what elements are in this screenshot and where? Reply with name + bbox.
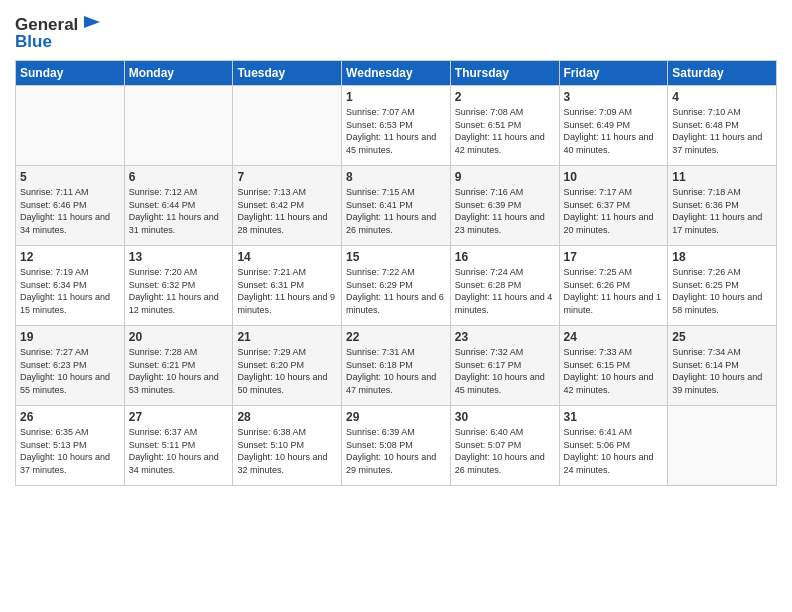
day-info: Sunrise: 6:35 AMSunset: 5:13 PMDaylight:… (20, 426, 120, 476)
calendar-cell: 9Sunrise: 7:16 AMSunset: 6:39 PMDaylight… (450, 166, 559, 246)
calendar-cell: 6Sunrise: 7:12 AMSunset: 6:44 PMDaylight… (124, 166, 233, 246)
weekday-header-monday: Monday (124, 61, 233, 86)
calendar-cell: 7Sunrise: 7:13 AMSunset: 6:42 PMDaylight… (233, 166, 342, 246)
calendar-cell: 31Sunrise: 6:41 AMSunset: 5:06 PMDayligh… (559, 406, 668, 486)
day-number: 20 (129, 330, 229, 344)
calendar-cell: 3Sunrise: 7:09 AMSunset: 6:49 PMDaylight… (559, 86, 668, 166)
calendar-cell: 1Sunrise: 7:07 AMSunset: 6:53 PMDaylight… (342, 86, 451, 166)
day-info: Sunrise: 7:16 AMSunset: 6:39 PMDaylight:… (455, 186, 555, 236)
weekday-header-row: SundayMondayTuesdayWednesdayThursdayFrid… (16, 61, 777, 86)
calendar-cell (668, 406, 777, 486)
day-info: Sunrise: 7:32 AMSunset: 6:17 PMDaylight:… (455, 346, 555, 396)
day-number: 16 (455, 250, 555, 264)
day-info: Sunrise: 7:20 AMSunset: 6:32 PMDaylight:… (129, 266, 229, 316)
day-number: 31 (564, 410, 664, 424)
day-number: 22 (346, 330, 446, 344)
day-number: 19 (20, 330, 120, 344)
day-info: Sunrise: 7:11 AMSunset: 6:46 PMDaylight:… (20, 186, 120, 236)
calendar-cell: 21Sunrise: 7:29 AMSunset: 6:20 PMDayligh… (233, 326, 342, 406)
day-info: Sunrise: 7:21 AMSunset: 6:31 PMDaylight:… (237, 266, 337, 316)
weekday-header-sunday: Sunday (16, 61, 125, 86)
weekday-header-friday: Friday (559, 61, 668, 86)
day-info: Sunrise: 7:08 AMSunset: 6:51 PMDaylight:… (455, 106, 555, 156)
day-info: Sunrise: 7:33 AMSunset: 6:15 PMDaylight:… (564, 346, 664, 396)
calendar-cell: 10Sunrise: 7:17 AMSunset: 6:37 PMDayligh… (559, 166, 668, 246)
day-info: Sunrise: 7:18 AMSunset: 6:36 PMDaylight:… (672, 186, 772, 236)
day-number: 7 (237, 170, 337, 184)
calendar-cell: 5Sunrise: 7:11 AMSunset: 6:46 PMDaylight… (16, 166, 125, 246)
logo: General Blue (15, 14, 102, 52)
calendar-cell: 4Sunrise: 7:10 AMSunset: 6:48 PMDaylight… (668, 86, 777, 166)
day-info: Sunrise: 6:39 AMSunset: 5:08 PMDaylight:… (346, 426, 446, 476)
calendar-cell: 28Sunrise: 6:38 AMSunset: 5:10 PMDayligh… (233, 406, 342, 486)
calendar-cell: 17Sunrise: 7:25 AMSunset: 6:26 PMDayligh… (559, 246, 668, 326)
day-info: Sunrise: 7:17 AMSunset: 6:37 PMDaylight:… (564, 186, 664, 236)
day-number: 8 (346, 170, 446, 184)
calendar-cell: 11Sunrise: 7:18 AMSunset: 6:36 PMDayligh… (668, 166, 777, 246)
day-number: 27 (129, 410, 229, 424)
day-number: 5 (20, 170, 120, 184)
day-info: Sunrise: 7:22 AMSunset: 6:29 PMDaylight:… (346, 266, 446, 316)
day-info: Sunrise: 7:31 AMSunset: 6:18 PMDaylight:… (346, 346, 446, 396)
day-info: Sunrise: 6:38 AMSunset: 5:10 PMDaylight:… (237, 426, 337, 476)
day-number: 15 (346, 250, 446, 264)
day-info: Sunrise: 7:13 AMSunset: 6:42 PMDaylight:… (237, 186, 337, 236)
day-info: Sunrise: 7:15 AMSunset: 6:41 PMDaylight:… (346, 186, 446, 236)
calendar-cell: 29Sunrise: 6:39 AMSunset: 5:08 PMDayligh… (342, 406, 451, 486)
day-number: 3 (564, 90, 664, 104)
day-number: 11 (672, 170, 772, 184)
day-info: Sunrise: 7:27 AMSunset: 6:23 PMDaylight:… (20, 346, 120, 396)
day-number: 21 (237, 330, 337, 344)
weekday-header-thursday: Thursday (450, 61, 559, 86)
day-info: Sunrise: 7:09 AMSunset: 6:49 PMDaylight:… (564, 106, 664, 156)
day-number: 17 (564, 250, 664, 264)
calendar-cell: 18Sunrise: 7:26 AMSunset: 6:25 PMDayligh… (668, 246, 777, 326)
calendar-table: SundayMondayTuesdayWednesdayThursdayFrid… (15, 60, 777, 486)
day-info: Sunrise: 7:19 AMSunset: 6:34 PMDaylight:… (20, 266, 120, 316)
calendar-cell: 23Sunrise: 7:32 AMSunset: 6:17 PMDayligh… (450, 326, 559, 406)
day-info: Sunrise: 7:24 AMSunset: 6:28 PMDaylight:… (455, 266, 555, 316)
calendar-cell (16, 86, 125, 166)
day-info: Sunrise: 7:28 AMSunset: 6:21 PMDaylight:… (129, 346, 229, 396)
calendar-cell: 16Sunrise: 7:24 AMSunset: 6:28 PMDayligh… (450, 246, 559, 326)
day-info: Sunrise: 6:40 AMSunset: 5:07 PMDaylight:… (455, 426, 555, 476)
calendar-cell: 19Sunrise: 7:27 AMSunset: 6:23 PMDayligh… (16, 326, 125, 406)
calendar-cell: 26Sunrise: 6:35 AMSunset: 5:13 PMDayligh… (16, 406, 125, 486)
day-number: 4 (672, 90, 772, 104)
calendar-cell: 30Sunrise: 6:40 AMSunset: 5:07 PMDayligh… (450, 406, 559, 486)
week-row-3: 12Sunrise: 7:19 AMSunset: 6:34 PMDayligh… (16, 246, 777, 326)
day-number: 24 (564, 330, 664, 344)
calendar-cell: 2Sunrise: 7:08 AMSunset: 6:51 PMDaylight… (450, 86, 559, 166)
weekday-header-saturday: Saturday (668, 61, 777, 86)
calendar-cell (124, 86, 233, 166)
day-number: 6 (129, 170, 229, 184)
weekday-header-wednesday: Wednesday (342, 61, 451, 86)
calendar-cell (233, 86, 342, 166)
weekday-header-tuesday: Tuesday (233, 61, 342, 86)
week-row-2: 5Sunrise: 7:11 AMSunset: 6:46 PMDaylight… (16, 166, 777, 246)
day-number: 23 (455, 330, 555, 344)
day-info: Sunrise: 7:12 AMSunset: 6:44 PMDaylight:… (129, 186, 229, 236)
day-number: 12 (20, 250, 120, 264)
calendar-cell: 24Sunrise: 7:33 AMSunset: 6:15 PMDayligh… (559, 326, 668, 406)
page-header: General Blue (15, 10, 777, 52)
day-number: 29 (346, 410, 446, 424)
day-number: 13 (129, 250, 229, 264)
svg-marker-0 (84, 16, 100, 28)
day-info: Sunrise: 6:37 AMSunset: 5:11 PMDaylight:… (129, 426, 229, 476)
week-row-1: 1Sunrise: 7:07 AMSunset: 6:53 PMDaylight… (16, 86, 777, 166)
day-number: 1 (346, 90, 446, 104)
day-info: Sunrise: 7:10 AMSunset: 6:48 PMDaylight:… (672, 106, 772, 156)
calendar-cell: 25Sunrise: 7:34 AMSunset: 6:14 PMDayligh… (668, 326, 777, 406)
day-info: Sunrise: 7:25 AMSunset: 6:26 PMDaylight:… (564, 266, 664, 316)
day-info: Sunrise: 7:29 AMSunset: 6:20 PMDaylight:… (237, 346, 337, 396)
logo-flag-icon (80, 14, 102, 36)
day-info: Sunrise: 7:26 AMSunset: 6:25 PMDaylight:… (672, 266, 772, 316)
calendar-cell: 8Sunrise: 7:15 AMSunset: 6:41 PMDaylight… (342, 166, 451, 246)
day-number: 30 (455, 410, 555, 424)
day-number: 26 (20, 410, 120, 424)
calendar-cell: 13Sunrise: 7:20 AMSunset: 6:32 PMDayligh… (124, 246, 233, 326)
calendar-cell: 27Sunrise: 6:37 AMSunset: 5:11 PMDayligh… (124, 406, 233, 486)
calendar-cell: 12Sunrise: 7:19 AMSunset: 6:34 PMDayligh… (16, 246, 125, 326)
day-info: Sunrise: 6:41 AMSunset: 5:06 PMDaylight:… (564, 426, 664, 476)
